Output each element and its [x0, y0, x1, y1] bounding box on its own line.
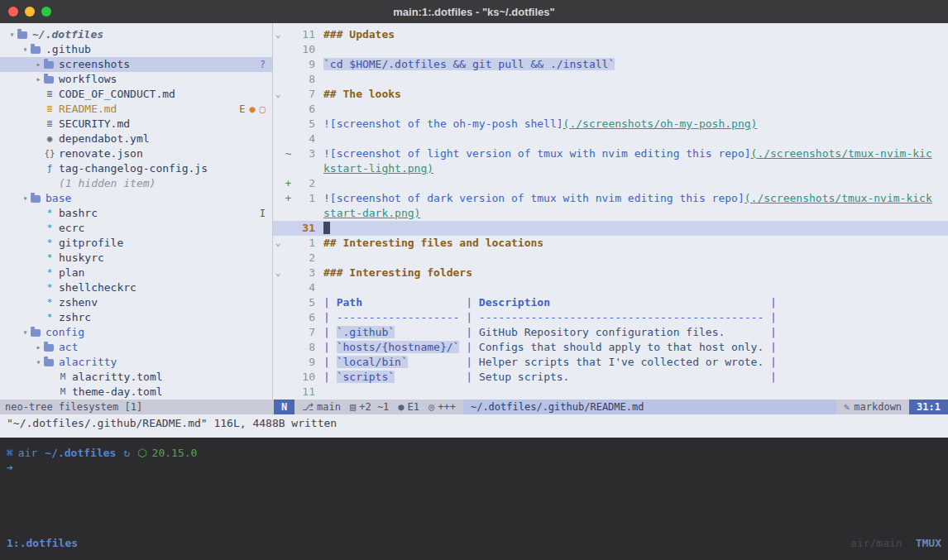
- folder-icon: [44, 76, 54, 84]
- tree-item-github[interactable]: ▾.github: [0, 42, 272, 57]
- tree-item-config[interactable]: ▾config: [0, 325, 272, 340]
- tree-item-tag-changelog-config-js[interactable]: ƒtag-changelog-config.js: [0, 161, 272, 176]
- chevron-down-icon[interactable]: ▾: [20, 191, 31, 206]
- editor-line[interactable]: 10: [273, 42, 948, 57]
- tree-item-gitprofile[interactable]: *gitprofile: [0, 236, 272, 251]
- tree-item-ecrc[interactable]: *ecrc: [0, 221, 272, 236]
- editor-line[interactable]: 9| `local/bin` | Helper scripts that I'v…: [273, 355, 948, 370]
- tree-item-renovate-json[interactable]: {}renovate.json: [0, 146, 272, 161]
- editor-line[interactable]: 2: [273, 251, 948, 266]
- tree-item-1-hidden-item[interactable]: (1 hidden item): [0, 176, 272, 191]
- editor-line[interactable]: ⌄ 7## The looks: [273, 87, 948, 102]
- line-number: 10: [294, 370, 315, 385]
- diagnostics-error-icon: ●: [398, 401, 404, 413]
- sign-column: [283, 206, 294, 221]
- editor-line[interactable]: 7| `.github` | GitHub Repository configu…: [273, 325, 948, 340]
- editor-line[interactable]: 6: [273, 102, 948, 117]
- editor-line[interactable]: 5| Path | Description |: [273, 295, 948, 310]
- editor-line[interactable]: ⌄ 11### Updates: [273, 27, 948, 42]
- tree-badge: I: [260, 206, 266, 221]
- neotree-panel[interactable]: ▾~/.dotfiles▾.github▸screenshots?▸workfl…: [0, 23, 273, 400]
- statusline: N ⎇main▤+2 ~1●E1◎+++ ~/.dotfiles/.github…: [274, 400, 948, 414]
- tree-item-act[interactable]: ▸act: [0, 340, 272, 355]
- editor-line[interactable]: ⌄ 1## Interesting files and locations: [273, 236, 948, 251]
- editor-line[interactable]: 9`cd $HOME/.dotfiles && git pull && ./in…: [273, 57, 948, 72]
- sign-column: [283, 102, 294, 117]
- editor-line[interactable]: 4: [273, 132, 948, 146]
- editor-line[interactable]: 5![screenshot of the oh-my-posh shell](.…: [273, 117, 948, 132]
- fold-column: [273, 370, 283, 385]
- fold-column: [273, 310, 283, 325]
- tree-item-alacritty-toml[interactable]: Malacritty.toml: [0, 370, 272, 385]
- editor-line[interactable]: kstart-light.png): [273, 161, 948, 176]
- tree-item-readme-md[interactable]: ≣README.mdE●▢: [0, 102, 272, 117]
- nvim-main-area: ▾~/.dotfiles▾.github▸screenshots?▸workfl…: [0, 23, 948, 400]
- editor-line[interactable]: 8: [273, 72, 948, 87]
- tree-item-security-md[interactable]: ≣SECURITY.md: [0, 117, 272, 132]
- zoom-button[interactable]: [41, 7, 51, 17]
- fold-column: [273, 161, 283, 176]
- chevron-down-icon[interactable]: ▾: [7, 27, 17, 42]
- tree-item-label: ecrc: [59, 221, 84, 236]
- editor-line[interactable]: 4: [273, 280, 948, 295]
- window-title: main:1:.dotfiles - "ks~/.dotfiles": [0, 6, 948, 18]
- minimize-button[interactable]: [25, 7, 35, 17]
- close-button[interactable]: [8, 7, 18, 17]
- line-number: 9: [294, 57, 315, 72]
- editor-line[interactable]: 8| `hosts/{hostname}/` | Configs that sh…: [273, 340, 948, 355]
- tree-item-badges: E●▢: [239, 102, 272, 117]
- tree-item-workflows[interactable]: ▸workflows: [0, 72, 272, 87]
- expander-spacer: [33, 310, 44, 325]
- tree-item-huskyrc[interactable]: *huskyrc: [0, 251, 272, 266]
- tree-item-zshenv[interactable]: *zshenv: [0, 295, 272, 310]
- fold-open-icon[interactable]: ⌄: [273, 266, 283, 280]
- tree-item-bashrc[interactable]: *bashrcI: [0, 206, 272, 221]
- tree-item-dependabot-yml[interactable]: ◉dependabot.yml: [0, 132, 272, 146]
- expander-spacer: [33, 87, 44, 102]
- editor-line[interactable]: ~3![screenshot of light version of tmux …: [273, 146, 948, 161]
- sign-column: [283, 370, 294, 385]
- fold-open-icon[interactable]: ⌄: [273, 236, 283, 251]
- tree-item-dotfiles[interactable]: ▾~/.dotfiles: [0, 27, 272, 42]
- expander-spacer: [33, 176, 44, 191]
- tree-item-label: ~/.dotfiles: [32, 27, 103, 42]
- sign-column: [283, 355, 294, 370]
- editor-cursor-line[interactable]: 31: [273, 221, 948, 236]
- line-text: | ------------------- | ----------------…: [323, 310, 948, 325]
- file-icon-spacer: [44, 176, 55, 191]
- tree-item-label: shellcheckrc: [59, 280, 136, 295]
- folder-icon: [31, 329, 41, 337]
- chevron-right-icon[interactable]: ▸: [33, 57, 44, 72]
- tree-item-zshrc[interactable]: *zshrc: [0, 310, 272, 325]
- line-number: 7: [294, 325, 315, 340]
- tmux-window-name[interactable]: 1:.dotfiles: [7, 536, 78, 551]
- editor-line[interactable]: ⌄ 3### Interesting folders: [273, 266, 948, 280]
- editor-line[interactable]: 6| ------------------- | ---------------…: [273, 310, 948, 325]
- tree-item-theme-day-toml[interactable]: Mtheme-day.toml: [0, 385, 272, 400]
- tree-item-shellcheckrc[interactable]: *shellcheckrc: [0, 280, 272, 295]
- chevron-down-icon[interactable]: ▾: [20, 42, 31, 57]
- editor-line[interactable]: 11: [273, 385, 948, 400]
- expander-spacer: [33, 280, 44, 295]
- fold-column: [273, 251, 283, 266]
- tree-item-screenshots[interactable]: ▸screenshots?: [0, 57, 272, 72]
- tree-item-code-of-conduct-md[interactable]: ≣CODE_OF_CONDUCT.md: [0, 87, 272, 102]
- tree-item-plan[interactable]: *plan: [0, 266, 272, 280]
- chevron-right-icon[interactable]: ▸: [33, 72, 44, 87]
- editor-line[interactable]: 10| `scripts` | Setup scripts. |: [273, 370, 948, 385]
- chevron-right-icon[interactable]: ▸: [33, 340, 44, 355]
- fold-open-icon[interactable]: ⌄: [273, 87, 283, 102]
- editor-line[interactable]: start-dark.png): [273, 206, 948, 221]
- editor-line[interactable]: +2: [273, 176, 948, 191]
- sign-column: [283, 251, 294, 266]
- tree-item-base[interactable]: ▾base: [0, 191, 272, 206]
- git-sign: ~: [283, 146, 294, 161]
- chevron-down-icon[interactable]: ▾: [33, 355, 44, 370]
- tree-item-alacritty[interactable]: ▾alacritty: [0, 355, 272, 370]
- editor-line[interactable]: +1![screenshot of dark version of tmux w…: [273, 191, 948, 206]
- sign-column: [283, 72, 294, 87]
- chevron-down-icon[interactable]: ▾: [20, 325, 31, 340]
- fold-open-icon[interactable]: ⌄: [273, 27, 283, 42]
- shell-pane[interactable]: ⌘air~/.dotfiles↻⬡20.15.0 ➜ 1:.dotfiles a…: [0, 438, 948, 560]
- editor-pane[interactable]: ⌄ 11### Updates 10 9`cd $HOME/.dotfiles …: [273, 23, 948, 400]
